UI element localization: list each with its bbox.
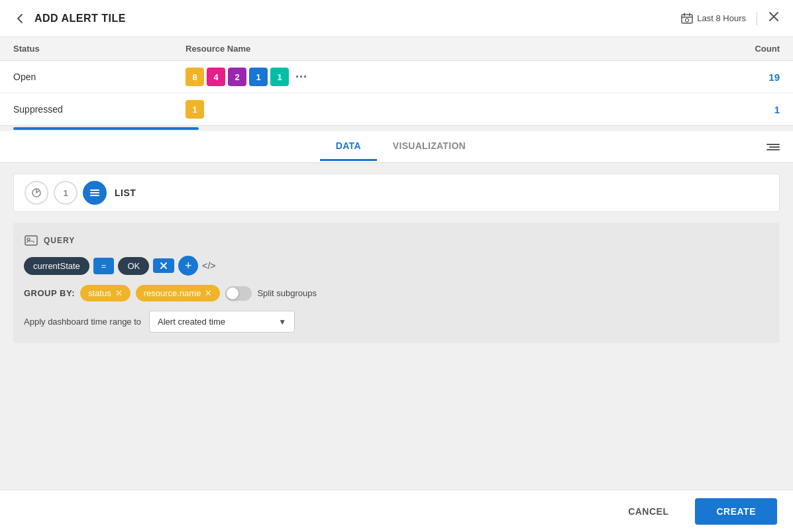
viz-selector-row: 1 LIST (13, 174, 780, 212)
svg-point-1 (686, 19, 689, 22)
count-view-button[interactable]: 1 (54, 181, 78, 205)
tab-visualization[interactable]: VISUALIZATION (377, 133, 482, 161)
table-row: Suppressed 1 1 (0, 93, 793, 125)
code-view-button[interactable]: </> (202, 260, 215, 271)
badge-1a: 1 (249, 68, 268, 86)
time-range-display[interactable]: Last 8 Hours (681, 13, 746, 25)
table-row: Open 8 4 2 1 1 ··· 19 (0, 61, 793, 93)
filter-op-pill[interactable]: = (93, 258, 115, 274)
timerange-dropdown[interactable]: Alert created time ▼ (149, 311, 295, 333)
svg-rect-4 (90, 192, 99, 193)
badge-more[interactable]: ··· (291, 68, 311, 86)
list-view-button[interactable] (83, 181, 107, 205)
footer: CANCEL CREATE (0, 490, 793, 532)
status-suppressed: Suppressed (13, 104, 185, 115)
svg-point-7 (27, 238, 30, 240)
groupby-resource-remove[interactable]: ✕ (205, 288, 212, 298)
groupby-pill-resource[interactable]: resource.name ✕ (136, 285, 221, 301)
chart-view-button[interactable] (25, 181, 48, 205)
query-section: QUERY currentState = OK + </> (13, 223, 780, 343)
badge-2: 2 (228, 68, 246, 86)
filter-remove-button[interactable] (153, 258, 174, 273)
svg-rect-5 (90, 195, 99, 196)
resize-handle[interactable] (13, 127, 199, 130)
create-button[interactable]: CREATE (695, 498, 777, 525)
filter-value-pill[interactable]: OK (118, 257, 149, 275)
timerange-row: Apply dashboard time range to Alert crea… (24, 311, 769, 333)
col-count: Count (727, 44, 780, 54)
badge-4: 4 (207, 68, 225, 86)
query-icon (24, 233, 38, 248)
header-divider (757, 12, 757, 25)
page-title: ADD ALERT TILE (34, 13, 126, 25)
badges-suppressed: 1 (185, 100, 727, 119)
tabs-group: DATA VISUALIZATION (320, 133, 482, 161)
back-button[interactable] (13, 12, 26, 25)
groupby-label: GROUP BY: (24, 288, 75, 298)
resize-handle-area (0, 126, 793, 131)
add-filter-button[interactable]: + (178, 256, 198, 276)
tabs-bar: DATA VISUALIZATION (0, 131, 793, 163)
query-label: QUERY (44, 236, 75, 245)
toggle-thumb (227, 288, 238, 299)
query-header: QUERY (24, 233, 769, 248)
badge-sup-1: 1 (185, 100, 204, 119)
svg-rect-6 (25, 236, 37, 245)
time-label: Last 8 Hours (697, 13, 746, 23)
badge-1b: 1 (270, 68, 289, 86)
groupby-pill-status[interactable]: status ✕ (80, 285, 131, 301)
close-button[interactable] (768, 11, 780, 26)
table-header: Status Resource Name Count (0, 37, 793, 61)
badges-open: 8 4 2 1 1 ··· (185, 68, 727, 86)
page-container: ADD ALERT TILE Last 8 Hours Status Resou (0, 0, 793, 532)
toggle-switch[interactable] (225, 286, 252, 301)
json-view-button[interactable] (767, 144, 780, 150)
status-open: Open (13, 72, 185, 82)
col-status: Status (13, 44, 185, 54)
split-subgroups-toggle[interactable]: Split subgroups (225, 286, 317, 301)
svg-rect-3 (90, 189, 99, 191)
cancel-button[interactable]: CANCEL (609, 500, 687, 523)
timerange-label: Apply dashboard time range to (24, 317, 141, 327)
preview-table: Status Resource Name Count Open 8 4 2 1 … (0, 37, 793, 126)
count-open: 19 (727, 72, 780, 83)
chevron-down-icon: ▼ (278, 317, 286, 327)
header: ADD ALERT TILE Last 8 Hours (0, 0, 793, 37)
col-resource: Resource Name (185, 44, 727, 54)
split-subgroups-label: Split subgroups (257, 288, 317, 298)
filter-field-pill[interactable]: currentState (24, 257, 89, 275)
content-area: 1 LIST QUERY (0, 163, 793, 490)
groupby-status-remove[interactable]: ✕ (115, 288, 123, 298)
header-right: Last 8 Hours (681, 11, 780, 26)
tab-data[interactable]: DATA (320, 133, 377, 161)
filter-row: currentState = OK + </> (24, 256, 769, 276)
list-label: LIST (115, 187, 136, 198)
count-suppressed: 1 (727, 104, 780, 115)
clock-icon (681, 13, 693, 25)
timerange-value: Alert created time (158, 317, 225, 327)
groupby-row: GROUP BY: status ✕ resource.name ✕ Split… (24, 285, 769, 301)
badge-8: 8 (185, 68, 204, 86)
